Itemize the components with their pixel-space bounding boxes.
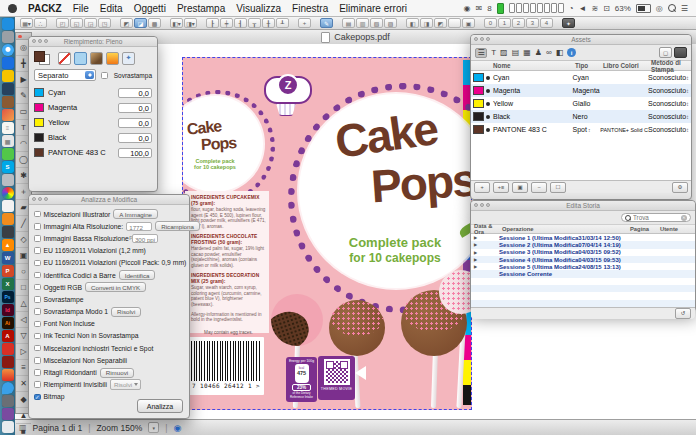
green-indicator-icon[interactable] [497, 3, 504, 14]
fonts-icon[interactable]: T [491, 49, 496, 57]
frame-button[interactable]: ☐ [550, 182, 566, 193]
align-top-button[interactable]: ┰ [248, 18, 261, 28]
search-input[interactable] [633, 214, 677, 221]
dock-item-word[interactable]: W [2, 252, 14, 264]
duplicate-button[interactable]: ▣ [512, 182, 528, 193]
channel-row[interactable]: Magenta 0,0 [29, 100, 157, 115]
session-row[interactable]: ▶Sessione 2 (Ultima Modifica07/04/14 14:… [471, 241, 695, 248]
row-stepper[interactable]: ↕ [686, 114, 689, 120]
dock-item-gear-app[interactable] [2, 31, 14, 43]
session-row[interactable]: ▶Sessione 3 (Ultima Modifica04/03/15 09:… [471, 249, 695, 256]
inks-list-icon[interactable]: ☰ [475, 48, 487, 58]
fill-tool[interactable]: ■ [16, 424, 31, 435]
channel-value-field[interactable]: 0,0 [118, 88, 152, 98]
assets-panel-header[interactable]: Assets [471, 35, 691, 45]
dock-item-darkred-app[interactable] [2, 356, 14, 368]
ricampiona-button[interactable]: Ricampiona [155, 221, 200, 231]
dark-view-button[interactable] [674, 47, 687, 58]
ungroup-dropdown-button[interactable]: ◨▾ [184, 18, 197, 28]
low-res-checkbox[interactable] [34, 235, 41, 242]
fill-image-button[interactable] [90, 52, 103, 65]
col-pagina[interactable]: Pagina [630, 226, 660, 232]
converti-cmyk-button[interactable]: Converti in CMYK [85, 282, 146, 292]
page-tool-2-button[interactable]: ◱ [70, 18, 83, 28]
rimuovi-button[interactable]: Rimuovi [100, 368, 134, 378]
copy-2-button[interactable]: ▥ [356, 18, 369, 28]
redundant-clips-checkbox[interactable] [34, 369, 41, 376]
page-tool-3-button[interactable]: ◲ [84, 18, 97, 28]
wifi-icon[interactable]: ≋ [591, 4, 598, 13]
remove-button[interactable]: − [531, 182, 547, 193]
align-center-button[interactable]: ┿ [220, 18, 233, 28]
search-field-wrap[interactable]: ✕ [621, 213, 691, 222]
expand-arrow-icon[interactable]: ▶ [471, 242, 499, 247]
barcode-icon[interactable]: ▦ [523, 49, 531, 57]
notification-center-icon[interactable]: ☰ [681, 4, 688, 13]
clock-icon[interactable]: ◔ [569, 4, 574, 13]
zoom-stepper[interactable]: ▾ [148, 422, 159, 433]
transform-5-button[interactable]: ▣ [462, 18, 475, 28]
overprint-mode1-checkbox[interactable] [34, 308, 41, 315]
view-mode-1-button[interactable]: ◩ [120, 18, 133, 28]
app-window-icons[interactable] [509, 3, 564, 13]
a-immagine-button[interactable]: A Immagine [113, 209, 158, 219]
dock-item-acrobat[interactable]: A [2, 330, 14, 342]
window-controls[interactable] [32, 197, 48, 201]
low-res-field[interactable]: 300 ppi [132, 234, 158, 243]
battery-icon[interactable] [636, 4, 651, 13]
session-row[interactable]: ▶Sessione 1 (Ultima Modifica31/03/14 12:… [471, 234, 695, 241]
non-separable-checkbox[interactable] [34, 357, 41, 364]
inks-table-header[interactable]: Nome Tipo Libro Colori Metodo di Stampa [471, 61, 691, 71]
risolvi-button[interactable]: Risolvi [111, 307, 141, 317]
window-controls[interactable] [474, 203, 490, 207]
menu-packz[interactable]: PACKZ [28, 3, 62, 14]
tipo-stepper[interactable]: ↕ [588, 127, 591, 133]
analizza-button[interactable]: Analizza [137, 399, 183, 413]
high-res-field[interactable]: 1772 ppi [126, 222, 152, 231]
fill-stroke-indicator[interactable] [34, 51, 50, 65]
dock-item-purple-app[interactable] [2, 408, 14, 420]
dock-item-skype[interactable]: S [2, 161, 14, 173]
menu-oggetti[interactable]: Oggetti [134, 3, 166, 14]
fill-none-button[interactable] [58, 52, 71, 65]
tech-spot-blends-checkbox[interactable] [34, 345, 41, 352]
add-object-button[interactable]: + [298, 18, 311, 28]
dock-item-flame-app[interactable] [2, 369, 14, 381]
dock-item-gray-circle-app[interactable] [2, 395, 14, 407]
dock-item-illustrator[interactable]: Ai [2, 317, 14, 329]
transform-1-button[interactable]: ◧ [406, 18, 419, 28]
col-data-ora[interactable]: Data & Ora [474, 223, 502, 235]
channel-value-field[interactable]: 0,0 [118, 103, 152, 113]
tech-ink-checkbox[interactable] [34, 333, 41, 340]
row-stepper[interactable]: ↕ [686, 75, 689, 81]
history-panel-header[interactable]: Edita Storia [471, 201, 695, 211]
status-blue-icon[interactable]: ◉ [173, 423, 181, 433]
transform-2-button[interactable]: ◨ [420, 18, 433, 28]
gear-icon[interactable]: ⚙ [672, 182, 688, 193]
light-view-button[interactable]: ▢ [659, 47, 672, 58]
expand-arrow-icon[interactable]: ▶ [471, 235, 499, 240]
quality-0-button[interactable]: 0 [484, 18, 497, 28]
transform-3-button[interactable]: ◩ [434, 18, 447, 28]
dock-item-drop-app[interactable] [2, 382, 14, 394]
menu-file[interactable]: File [73, 3, 89, 14]
page-tool-4-button[interactable]: ◳ [98, 18, 111, 28]
channel-value-field[interactable]: 0,0 [118, 133, 152, 143]
spotlight-icon[interactable] [668, 4, 676, 12]
align-middle-button[interactable]: ╂ [262, 18, 275, 28]
align-right-button[interactable]: ┨ [234, 18, 247, 28]
dock-item-chart-app[interactable] [2, 213, 14, 225]
dock-item-teamviewer[interactable] [2, 57, 14, 69]
display-icon[interactable]: ⊡ [603, 4, 610, 13]
dock-item-finder[interactable] [2, 18, 14, 30]
dock-item-trash[interactable] [2, 421, 14, 433]
barcode-id-checkbox[interactable] [34, 272, 41, 279]
images-icon[interactable]: ▨ [500, 49, 508, 57]
links-icon[interactable]: ∞ [546, 49, 552, 57]
eye-icon[interactable]: ◉ [464, 4, 471, 13]
fill-solid-button[interactable] [74, 52, 87, 65]
channel-row[interactable]: Cyan 0,0 [29, 85, 157, 100]
quality-4-button[interactable]: 4 [540, 18, 553, 28]
col-metodo[interactable]: Metodo di Stampa [651, 59, 691, 73]
ink-row-pantone[interactable]: PANTONE 483 C Spot↕ PANTONE+ Solid Coate… [471, 123, 691, 136]
